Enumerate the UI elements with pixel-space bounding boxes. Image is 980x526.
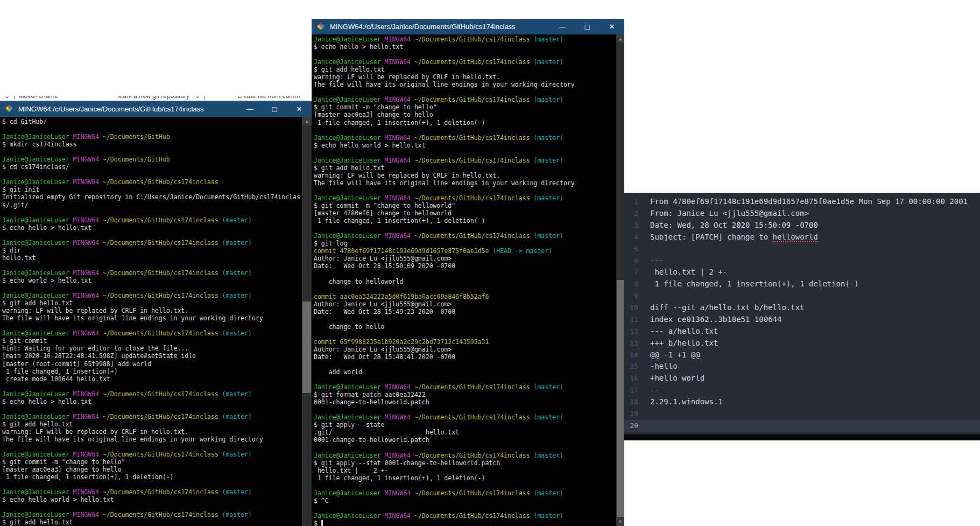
- editor-line: 16+hello world: [624, 373, 980, 384]
- editor-line: 12--- a/hello.txt: [624, 326, 980, 338]
- left-window-title: MINGW64:/c/Users/Janice/Documents/GitHub…: [18, 105, 204, 113]
- terminal-line: create mode 100644 hello.txt: [2, 375, 302, 383]
- scroll-up-icon[interactable]: ▲: [616, 34, 624, 43]
- line-number: 2: [624, 208, 638, 220]
- scrollbar-thumb[interactable]: [617, 280, 624, 517]
- line-number: 6: [624, 255, 638, 266]
- terminal-line: [314, 482, 616, 489]
- terminal-line: Janice@JaniceLuser MINGW64 ~/Documents/G…: [2, 390, 302, 398]
- background-page-fragments: ⌄ | Move/renameMark a new git repository…: [0, 96, 311, 101]
- terminal-line: Janice@JaniceLuser MINGW64 ~/Documents/G…: [2, 511, 302, 518]
- terminal-line: commit aac0ea324222a5d0f619ba0acc09a846f…: [314, 293, 616, 300]
- maximize-button[interactable]: □: [262, 101, 287, 117]
- terminal-line: .git/ hello.txt: [314, 429, 616, 436]
- code-text: [638, 243, 650, 255]
- left-terminal-scrollbar[interactable]: ▲: [302, 117, 312, 526]
- left-terminal-titlebar[interactable]: MINGW64:/c/Users/Janice/Documents/GitHub…: [0, 101, 312, 117]
- terminal-line: $ echo hello > hello.txt: [2, 224, 302, 232]
- middle-terminal-content[interactable]: Janice@JaniceLuser MINGW64 ~/Documents/G…: [312, 34, 616, 526]
- terminal-line: $ echo world > hello.txt: [2, 277, 302, 284]
- terminal-line: The file will have its original line end…: [314, 81, 616, 88]
- terminal-line: $ dir: [2, 247, 302, 254]
- code-text: Subject: [PATCH] change to helloworld: [638, 232, 818, 243]
- terminal-line: [2, 481, 302, 488]
- editor-line: 10diff --git a/hello.txt b/hello.txt: [624, 302, 980, 314]
- editor-line: 6---: [624, 255, 980, 266]
- editor-line: 182.29.1.windows.1: [624, 396, 980, 408]
- terminal-line: Janice@JaniceLuser MINGW64 ~/Documents/G…: [2, 216, 302, 224]
- terminal-line: [314, 149, 616, 157]
- terminal-line: [2, 232, 302, 239]
- line-number: 20: [624, 420, 638, 432]
- terminal-line: Janice@JaniceLuser MINGW64 ~/Documents/G…: [2, 269, 302, 277]
- terminal-line: Janice@JaniceLuser MINGW64 ~/Documents/G…: [314, 96, 616, 103]
- terminal-line: [2, 209, 302, 216]
- terminal-line: warning: LF will be replaced by CRLF in …: [2, 307, 302, 314]
- terminal-line: [314, 187, 616, 194]
- terminal-line: $ git add hello.txt: [2, 518, 302, 526]
- terminal-line: [master 4780ef6] change to helloworld: [314, 209, 616, 217]
- terminal-line: $ git commit -m "change to helloworld": [314, 202, 616, 209]
- scroll-up-icon[interactable]: ▲: [302, 117, 312, 125]
- terminal-line: $ cd GitHub/: [2, 118, 302, 125]
- terminal-line: Janice@JaniceLuser MINGW64 ~/Documents/G…: [314, 36, 616, 43]
- close-button[interactable]: ✕: [600, 19, 624, 34]
- minimize-button[interactable]: —: [237, 101, 262, 117]
- terminal-line: $: [314, 520, 616, 526]
- code-text: Date: Wed, 28 Oct 2020 15:50:09 -0700: [638, 220, 818, 232]
- code-text: --: [638, 384, 659, 396]
- line-number: 18: [624, 396, 638, 408]
- terminal-line: change to hello: [314, 323, 616, 331]
- close-button[interactable]: ✕: [287, 101, 312, 117]
- scrollbar-thumb[interactable]: [302, 301, 311, 393]
- terminal-line: $ echo hello world > hello.txt: [314, 142, 616, 149]
- code-text: [638, 290, 650, 302]
- line-number: 15: [624, 361, 638, 373]
- code-text: -hello: [638, 361, 678, 373]
- terminal-line: 0001-change-to-helloworld.patch: [314, 398, 616, 406]
- patch-editor-panel[interactable]: 1From 4780ef69f17148c191e69d9d1657e875f0…: [624, 193, 980, 438]
- terminal-line: $ ^C: [314, 497, 616, 504]
- code-text: @@ -1 +1 @@: [638, 349, 700, 361]
- maximize-button[interactable]: □: [575, 19, 600, 34]
- terminal-line: [2, 148, 302, 156]
- left-terminal-content[interactable]: $ cd GitHub/ Janice@JaniceLuser MINGW64 …: [0, 117, 302, 526]
- line-number: 14: [624, 349, 638, 361]
- middle-window-title: MINGW64:/c/Users/Janice/Documents/GitHub…: [330, 23, 516, 31]
- left-terminal-window: MINGW64:/c/Users/Janice/Documents/GitHub…: [0, 101, 312, 526]
- terminal-line: [main 2020-10-28T22:48:41.598Z] update#s…: [2, 352, 302, 360]
- terminal-line: Janice@JaniceLuser MINGW64 ~/Documents/G…: [314, 489, 616, 497]
- terminal-line: $ git format-patch aac0ea32422: [314, 391, 616, 398]
- terminal-line: $ git add hello.txt: [314, 66, 616, 73]
- terminal-line: [2, 322, 302, 329]
- terminal-line: Janice@JaniceLuser MINGW64 ~/Documents/G…: [314, 134, 616, 142]
- code-text: [638, 420, 650, 432]
- terminal-line: [2, 284, 302, 292]
- terminal-line: Author: Janice Lu <jjlu555@gmail.com>: [314, 346, 616, 353]
- code-text: +hello world: [638, 373, 704, 384]
- terminal-line: commit 65f9988235e1b920a2c29c2bd73712c14…: [314, 338, 616, 346]
- middle-terminal-titlebar[interactable]: MINGW64:/c/Users/Janice/Documents/GitHub…: [312, 19, 624, 34]
- terminal-line: $ git add hello.txt: [2, 420, 302, 428]
- terminal-line: Initialized empty Git repository in C:/U…: [2, 193, 302, 201]
- editor-bottom-bar: [624, 434, 980, 440]
- terminal-line: Janice@JaniceLuser MINGW64 ~/Documents/G…: [314, 157, 616, 164]
- terminal-line: add world: [314, 368, 616, 376]
- line-number: 5: [624, 243, 638, 255]
- line-number: 1: [624, 196, 638, 208]
- minimize-button[interactable]: —: [550, 19, 575, 34]
- terminal-line: 1 file changed, 1 insertion(+), 1 deleti…: [2, 473, 302, 481]
- background-fragment-text: Mark a new git repository ⌄ |: [117, 96, 206, 100]
- terminal-line: [314, 51, 616, 58]
- line-number: 8: [624, 278, 638, 290]
- terminal-line: [2, 262, 302, 269]
- middle-terminal-scrollbar[interactable]: ▲ ▼: [616, 34, 624, 526]
- terminal-line: [314, 225, 616, 232]
- scroll-down-icon[interactable]: ▼: [616, 517, 624, 526]
- editor-line: 3Date: Wed, 28 Oct 2020 15:50:09 -0700: [624, 220, 980, 232]
- terminal-line: Janice@JaniceLuser MINGW64 ~/Documents/G…: [2, 178, 302, 186]
- terminal-line: Janice@JaniceLuser MINGW64 ~/Documents/G…: [2, 451, 302, 458]
- terminal-line: Janice@JaniceLuser MINGW64 ~/Documents/G…: [314, 452, 616, 459]
- editor-line: 19: [624, 408, 980, 420]
- code-text: From: Janice Lu <jjlu555@gmail.com>: [638, 208, 809, 220]
